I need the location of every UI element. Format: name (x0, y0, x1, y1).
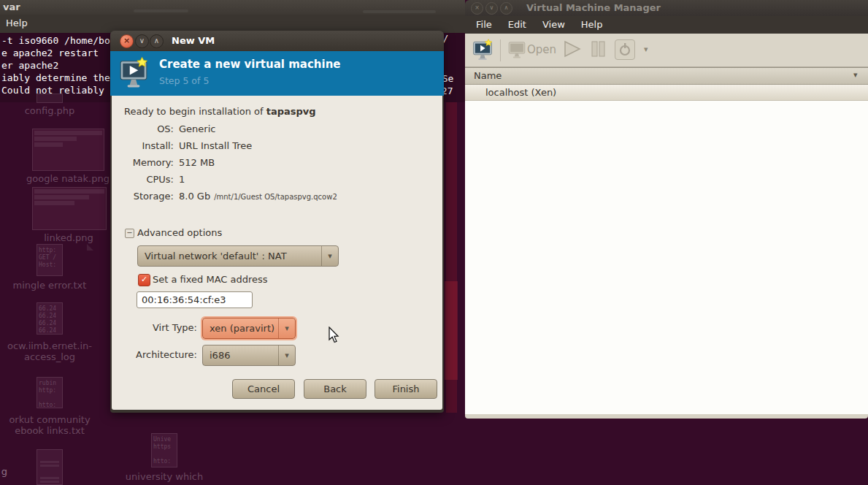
virt-type-label: Virt Type: (124, 322, 197, 333)
vm-list-body (465, 101, 868, 414)
summary-row-install: Install: URL Install Tree (123, 140, 433, 151)
menu-view[interactable]: View (534, 16, 573, 34)
vmm-menubar: File Edit View Help (465, 16, 868, 34)
terminal-titlebar: var (0, 0, 465, 15)
terminal-line: er apache2 (1, 60, 58, 71)
chevron-down-icon: ▾ (278, 318, 295, 338)
mac-address-input[interactable] (137, 291, 253, 308)
close-icon[interactable]: × (471, 2, 483, 15)
menu-edit[interactable]: Edit (500, 16, 534, 34)
sort-arrow-icon[interactable]: ▾ (853, 70, 858, 80)
back-button[interactable]: Back (304, 379, 366, 399)
fixed-mac-checkbox[interactable]: ✓ (138, 274, 150, 286)
terminal-menu-help[interactable]: Help (6, 18, 28, 28)
new-vm-button[interactable] (472, 39, 493, 65)
new-vm-icon (472, 39, 493, 62)
summary-row-storage: Storage: 8.0 Gb /mnt/1/Guest OS/tapaspvg… (123, 191, 433, 202)
file-icon: http: GET / Host: (37, 244, 63, 276)
name-column-header[interactable]: Name (474, 70, 502, 81)
file-icon: Unive https htto: (151, 433, 177, 467)
desktop-icon-label: linked.png (25, 232, 112, 243)
fixed-mac-label[interactable]: Set a fixed MAC address (153, 274, 268, 285)
titlebar-streak (363, 10, 436, 13)
mouse-cursor (328, 326, 339, 344)
expander-collapse-icon[interactable]: − (125, 229, 134, 238)
desktop-icon-document[interactable] (37, 449, 63, 485)
minimize-icon[interactable]: ∨ (485, 2, 498, 15)
wizard-step-indicator: Step 5 of 5 (159, 75, 209, 86)
dialog-window-title: New VM (172, 35, 215, 46)
terminal-line: e apache2 restart (1, 47, 99, 58)
image-thumbnail-icon (32, 129, 104, 171)
vmm-titlebar[interactable]: × ∨ ∧ Virtual Machine Manager (465, 0, 868, 16)
desktop-icon-label: university which (117, 471, 212, 482)
desktop-icon-mingle-error[interactable]: http: GET / Host: mingle error.txt (37, 244, 93, 291)
desktop-icon-label-fragment: g (0, 466, 9, 477)
vm-list-header[interactable]: Name ▾ (465, 67, 868, 85)
minimize-icon[interactable]: ∨ (135, 34, 149, 48)
file-icon: 66.24 66.24 66.24 66.24 (37, 302, 63, 335)
vmm-window-title: Virtual Machine Manager (526, 2, 661, 13)
image-thumbnail-icon (32, 187, 107, 230)
desktop-icon-orkut-links[interactable]: rubin http: htto: orkut community ebook … (37, 377, 101, 436)
menu-help[interactable]: Help (573, 16, 611, 34)
maximize-icon[interactable]: ∧ (150, 34, 164, 48)
chevron-down-icon: ▾ (321, 246, 338, 266)
vm-list-row-localhost[interactable]: localhost (Xen) (465, 85, 868, 101)
titlebar-streak (134, 9, 188, 12)
new-vm-dialog: × ∨ ∧ New VM Create a new virtual machin… (110, 31, 444, 413)
architecture-label: Architecture: (124, 349, 197, 360)
desktop-icon-label: google natak.png (17, 173, 119, 184)
desktop-icon-label: mingle error.txt (6, 280, 93, 291)
terminal-line: -t iso9660 /home/bo (1, 35, 110, 46)
vm-name: tapaspvg (266, 106, 316, 117)
menu-file[interactable]: File (468, 16, 500, 34)
network-select[interactable]: Virtual network 'default' : NAT ▾ (137, 245, 339, 267)
desktop-icon-label: orkut community ebook links.txt (0, 414, 101, 436)
vmm-toolbar: Open ▾ (465, 34, 868, 67)
architecture-select[interactable]: i686 ▾ (202, 345, 296, 366)
ready-message: Ready to begin installation of tapaspvg (124, 106, 316, 117)
dialog-titlebar[interactable]: × ∨ ∧ New VM (110, 31, 444, 51)
virt-type-select[interactable]: xen (paravirt) ▾ (202, 318, 296, 339)
desktop-icon-config-php[interactable] (37, 93, 63, 103)
monitor-icon (507, 39, 527, 60)
host-name: localhost (Xen) (485, 87, 556, 98)
terminal-title: var (3, 1, 20, 12)
advanced-options-label[interactable]: Advanced options (137, 227, 222, 238)
vmm-window: × ∨ ∧ Virtual Machine Manager File Edit … (465, 0, 868, 419)
pause-icon (591, 41, 607, 57)
cancel-button[interactable]: Cancel (232, 379, 295, 399)
pause-button[interactable] (591, 41, 607, 60)
desktop-icon-label[interactable]: config.php (6, 105, 93, 116)
vm-monitor-icon (118, 56, 149, 91)
close-icon[interactable]: × (120, 34, 134, 48)
desktop-artifact (445, 281, 458, 380)
power-icon (618, 43, 631, 56)
shutdown-button[interactable] (615, 39, 635, 60)
maximize-icon[interactable]: ∧ (500, 2, 512, 15)
toolbar-separator (500, 39, 501, 61)
open-button-label: Open (527, 43, 556, 56)
terminal-line: iably determine the (1, 72, 110, 83)
summary-row-os: OS: Generic (123, 123, 433, 134)
shutdown-menu-caret-icon[interactable]: ▾ (644, 45, 648, 54)
run-button[interactable] (562, 40, 583, 61)
open-button[interactable]: Open (507, 39, 556, 60)
file-icon (37, 449, 63, 485)
storage-path: /mnt/1/Guest OS/tapaspvg.qcow2 (214, 193, 337, 201)
file-icon: rubin http: htto: (37, 377, 63, 408)
summary-row-memory: Memory: 512 MB (123, 157, 433, 168)
desktop-icon-university[interactable]: Unive https htto: university which (151, 433, 212, 482)
desktop-icon-access-log[interactable]: 66.24 66.24 66.24 66.24 ocw.iimb.ernet.i… (37, 302, 101, 362)
desktop-icon-google-natak[interactable]: google natak.png (32, 129, 119, 184)
chevron-down-icon: ▾ (278, 345, 295, 365)
finish-button[interactable]: Finish (375, 379, 437, 399)
desktop-icon-label: ocw.iimb.ernet.in- access_log (0, 340, 101, 362)
wizard-title: Create a new virtual machine (159, 58, 341, 71)
dialog-header-banner: Create a new virtual machine Step 5 of 5 (110, 51, 444, 96)
play-icon (562, 40, 583, 58)
desktop-icon-linked[interactable]: linked.png (32, 187, 112, 243)
summary-row-cpus: CPUs: 1 (123, 174, 433, 185)
vmm-window-bottom-edge (465, 414, 868, 419)
